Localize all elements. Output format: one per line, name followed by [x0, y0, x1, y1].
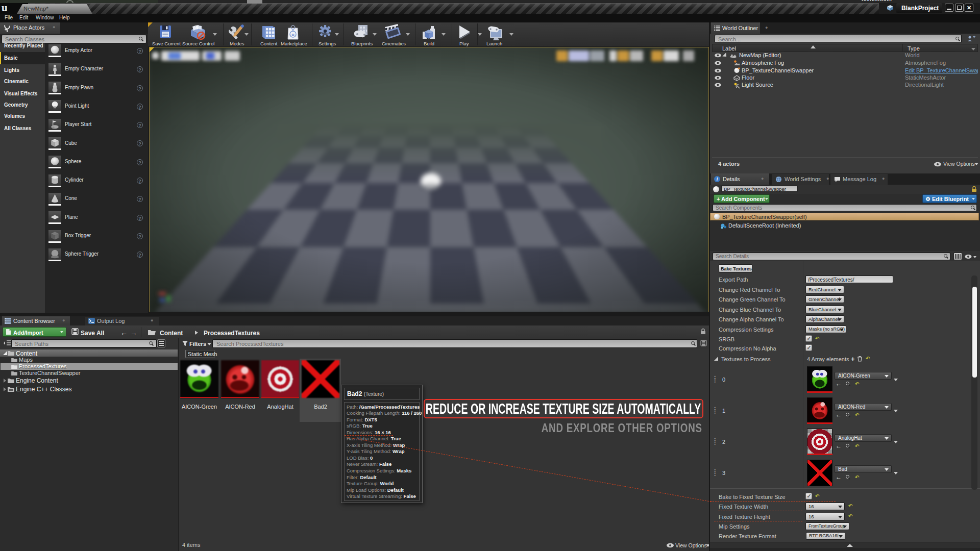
- svg-text:u: u: [291, 32, 295, 37]
